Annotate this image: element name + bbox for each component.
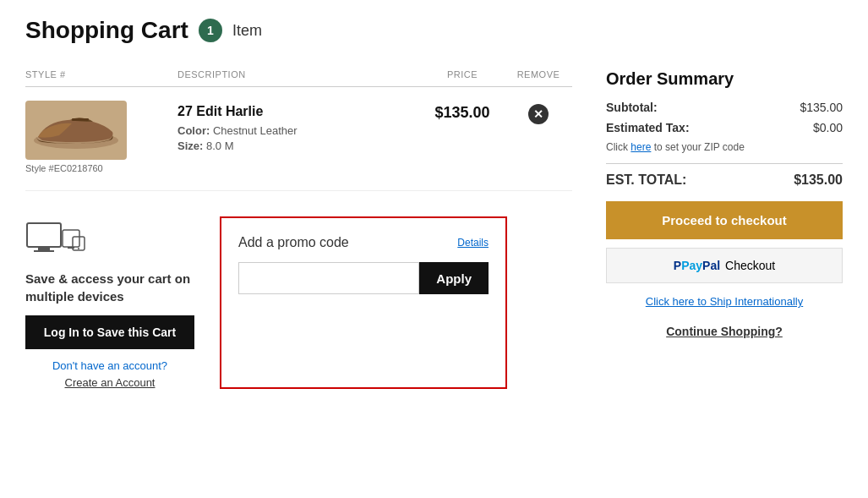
- ship-internationally-link[interactable]: Click here to Ship Internationally: [606, 295, 843, 308]
- item-description-col: 27 Edit Harlie Color: Chestnut Leather S…: [177, 101, 420, 155]
- style-number: Style #EC0218760: [25, 163, 103, 173]
- checkout-button[interactable]: Proceed to checkout: [606, 201, 843, 239]
- svg-rect-3: [38, 247, 50, 250]
- remove-button[interactable]: ✕: [528, 104, 549, 124]
- devices-icon: [25, 216, 194, 261]
- item-price: $135.00: [420, 101, 505, 122]
- create-account-link[interactable]: Create an Account: [65, 376, 156, 389]
- subtotal-label: Subtotal:: [606, 101, 658, 114]
- account-question: Don't have an account?: [25, 359, 194, 372]
- paypal-logo: PPayPal: [674, 259, 720, 272]
- save-cart-section: Save & access your cart on multiple devi…: [25, 216, 194, 389]
- col-remove: REMOVE: [505, 69, 572, 79]
- tax-label: Estimated Tax:: [606, 121, 690, 134]
- item-label: Item: [232, 22, 262, 40]
- cart-table-header: STYLE # DESCRIPTION PRICE REMOVE: [25, 69, 572, 87]
- summary-divider: [606, 163, 843, 164]
- subtotal-row: Subtotal: $135.00: [606, 101, 843, 114]
- tax-note: Click here to set your ZIP code: [606, 141, 843, 153]
- svg-rect-5: [63, 230, 79, 247]
- account-section: Don't have an account? Create an Account: [25, 359, 194, 389]
- main-layout: STYLE # DESCRIPTION PRICE REMOVE: [25, 69, 843, 389]
- continue-shopping-link[interactable]: Continue Shopping?: [606, 325, 843, 338]
- col-description: DESCRIPTION: [177, 69, 420, 79]
- order-summary-title: Order Summary: [606, 69, 843, 89]
- svg-rect-6: [68, 247, 74, 249]
- promo-title: Add a promo code: [238, 235, 349, 250]
- total-row: EST. TOTAL: $135.00: [606, 172, 843, 188]
- total-label: EST. TOTAL:: [606, 172, 686, 188]
- promo-code-input[interactable]: [238, 262, 419, 294]
- svg-rect-2: [27, 223, 61, 247]
- item-size: Size: 8.0 M: [177, 140, 420, 152]
- svg-rect-1: [72, 118, 89, 121]
- svg-point-8: [78, 248, 79, 249]
- svg-rect-4: [34, 250, 54, 252]
- left-panel: STYLE # DESCRIPTION PRICE REMOVE: [25, 69, 572, 389]
- tax-value: $0.00: [813, 121, 843, 134]
- promo-details-link[interactable]: Details: [457, 237, 489, 249]
- item-count-badge: 1: [199, 19, 222, 42]
- col-style: STYLE #: [25, 69, 177, 79]
- paypal-checkout-label: Checkout: [725, 259, 775, 272]
- zip-code-link[interactable]: here: [631, 141, 651, 153]
- promo-input-row: Apply: [238, 262, 489, 294]
- tax-row: Estimated Tax: $0.00: [606, 121, 843, 134]
- product-image: [25, 101, 127, 160]
- promo-apply-button[interactable]: Apply: [419, 262, 489, 294]
- table-row: Style #EC0218760 27 Edit Harlie Color: C…: [25, 101, 572, 191]
- page-title: Shopping Cart: [25, 17, 188, 44]
- promo-section: Add a promo code Details Apply: [220, 216, 507, 389]
- col-price: PRICE: [420, 69, 505, 79]
- shoe-svg: [30, 105, 123, 156]
- paypal-checkout-button[interactable]: PPayPal Checkout: [606, 248, 843, 283]
- promo-header: Add a promo code Details: [238, 235, 489, 250]
- item-name: 27 Edit Harlie: [177, 104, 420, 119]
- bottom-left: Save & access your cart on multiple devi…: [25, 216, 572, 389]
- subtotal-value: $135.00: [800, 101, 843, 114]
- item-image-col: Style #EC0218760: [25, 101, 177, 173]
- login-to-save-button[interactable]: Log In to Save this Cart: [25, 315, 194, 349]
- total-value: $135.00: [794, 172, 843, 188]
- page-header: Shopping Cart 1 Item: [25, 17, 843, 44]
- right-panel: Order Summary Subtotal: $135.00 Estimate…: [606, 69, 843, 389]
- save-cart-text: Save & access your cart on multiple devi…: [25, 270, 194, 305]
- item-color: Color: Chestnut Leather: [177, 124, 420, 137]
- item-remove-col: ✕: [505, 101, 572, 124]
